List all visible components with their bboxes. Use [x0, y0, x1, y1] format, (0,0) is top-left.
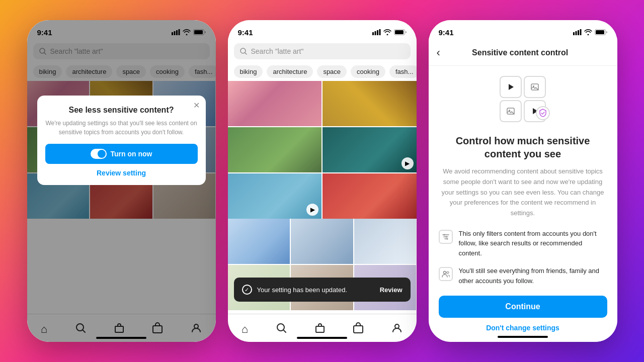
svg-point-21 [395, 324, 399, 328]
grid-cell-2-1 [228, 81, 322, 126]
phone-2: 9:41 [228, 20, 417, 342]
icon-cluster [500, 76, 546, 116]
svg-rect-25 [580, 29, 581, 35]
reels-icon-3: ▶ [306, 204, 318, 216]
battery-icon-3 [595, 29, 607, 35]
svg-rect-16 [395, 30, 404, 34]
svg-marker-28 [509, 84, 514, 90]
svg-rect-12 [374, 31, 376, 35]
phone-3: 9:41 ‹ Sensitive content control [429, 20, 617, 342]
snackbar-review-button[interactable]: Review [380, 286, 403, 294]
modal-card-1: ✕ See less sensitive content? We're upda… [37, 96, 206, 185]
grid-cell-2-3 [228, 127, 322, 172]
review-setting-link[interactable]: Review setting [45, 169, 198, 177]
play-icon-tl [500, 76, 522, 98]
feature-row-1: This only filters content from accounts … [439, 229, 607, 258]
settings-title: Sensitive content control [446, 48, 594, 57]
home-indicator-2 [297, 337, 347, 339]
grid-cell-2-7 [228, 219, 290, 264]
svg-point-38 [447, 272, 449, 274]
snackbar-message: Your setting has been updated. [257, 286, 348, 294]
feature-row-2: You'll still see everything from friends… [439, 266, 607, 286]
tag-biking-2[interactable]: biking [234, 65, 263, 78]
turn-on-button[interactable]: Turn on now [45, 144, 198, 164]
svg-point-37 [443, 272, 446, 274]
status-bar-3: 9:41 [429, 20, 617, 40]
home-icon-2[interactable]: ⌂ [242, 323, 248, 336]
search-bar-2[interactable]: Search "latte art" [228, 40, 417, 62]
svg-point-18 [277, 324, 284, 331]
check-icon: ✓ [242, 285, 252, 295]
svg-point-36 [446, 238, 448, 239]
snackbar-content: ✓ Your setting has been updated. [242, 285, 348, 295]
filter-icon [439, 230, 453, 244]
search-icon-2 [240, 48, 247, 55]
grid-cell-2-5: ▶ [228, 173, 322, 219]
grid-cell-2-4: ▶ [323, 127, 417, 172]
image-icon-bl [500, 100, 522, 122]
grid-cell-2-8 [291, 219, 353, 264]
signal-icon-3 [573, 29, 582, 35]
wifi-icon-3 [584, 29, 592, 35]
svg-rect-24 [578, 30, 579, 35]
shield-badge [536, 106, 550, 120]
dont-change-button[interactable]: Don't change settings [439, 324, 607, 332]
search-input-2[interactable]: Search "latte art" [234, 43, 411, 59]
wifi-icon-2 [383, 29, 391, 35]
settings-main-title: Control how much sensitive content you s… [439, 134, 607, 160]
settings-icon-group [439, 76, 607, 116]
signal-icon-2 [372, 29, 381, 35]
grid-cell-2-9 [354, 219, 417, 264]
svg-rect-20 [354, 326, 363, 333]
status-icons-3 [573, 29, 607, 35]
people-icon [439, 267, 453, 281]
back-button[interactable]: ‹ [437, 46, 440, 59]
phone-1: 9:41 [27, 20, 216, 342]
shop-icon-2[interactable] [314, 322, 326, 336]
continue-button[interactable]: Continue [439, 296, 607, 318]
svg-rect-22 [573, 32, 575, 35]
shield-icon [539, 109, 547, 118]
settings-header: ‹ Sensitive content control [429, 40, 617, 66]
toggle-icon [91, 149, 107, 159]
feature-text-1: This only filters content from accounts … [459, 229, 607, 258]
profile-icon-2[interactable] [391, 322, 403, 336]
svg-point-35 [445, 236, 447, 237]
tag-space-2[interactable]: space [317, 65, 347, 78]
tag-architecture-2[interactable]: architecture [267, 65, 313, 78]
modal-close-button[interactable]: ✕ [193, 101, 200, 110]
tag-cooking-2[interactable]: cooking [351, 65, 385, 78]
photo-grid-2-left: ▶ ▶ [228, 81, 417, 219]
svg-rect-19 [316, 326, 324, 332]
status-time-2: 9:41 [238, 28, 253, 37]
tags-row-2: biking architecture space cooking fash..… [228, 62, 417, 81]
reels-icon-2: ▶ [401, 157, 414, 169]
status-icons-2 [372, 29, 407, 35]
svg-rect-23 [575, 31, 577, 35]
turn-on-label: Turn on now [111, 150, 152, 158]
svg-rect-11 [372, 32, 374, 35]
settings-footer: Continue Don't change settings [429, 290, 617, 342]
svg-rect-14 [379, 29, 380, 35]
svg-point-34 [443, 234, 445, 235]
grid-cell-2-2 [323, 81, 417, 126]
search-placeholder-2: Search "latte art" [251, 47, 304, 55]
status-bar-2: 9:41 [228, 20, 417, 40]
bag-icon-2[interactable] [353, 322, 364, 336]
home-indicator-3 [498, 336, 548, 338]
tag-fash-2[interactable]: fash... [389, 65, 417, 78]
snackbar: ✓ Your setting has been updated. Review [234, 278, 411, 302]
image-icon-tr [524, 76, 546, 98]
battery-icon-2 [394, 29, 407, 35]
search-nav-icon-2[interactable] [276, 322, 287, 336]
modal-title: See less sensitive content? [45, 106, 198, 115]
svg-rect-13 [377, 30, 378, 35]
grid-cell-2-6 [323, 173, 417, 219]
modal-description: We're updating settings so that you'll s… [45, 119, 198, 137]
status-time-3: 9:41 [439, 28, 454, 37]
svg-rect-27 [596, 30, 604, 34]
feature-text-2: You'll still see everything from friends… [459, 266, 607, 286]
settings-description: We avoid recommending content about sens… [439, 166, 607, 219]
